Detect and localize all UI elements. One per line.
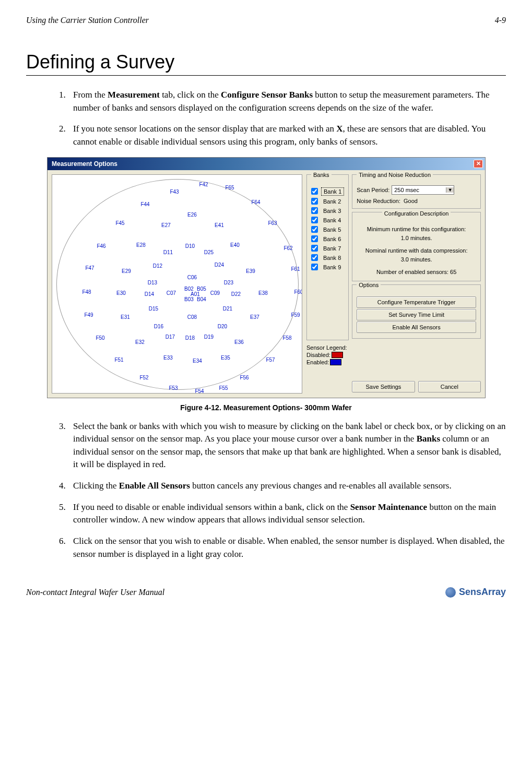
- scan-period-select[interactable]: 250 msec ▼: [392, 185, 454, 195]
- configure-temp-trigger-button[interactable]: Configure Temperature Trigger: [357, 296, 476, 308]
- sensor-D11[interactable]: D11: [163, 249, 173, 255]
- bank-checkbox-5[interactable]: [311, 226, 318, 233]
- sensor-D13[interactable]: D13: [148, 279, 157, 285]
- step-5: If you need to disable or enable individ…: [68, 501, 506, 527]
- bank-item-2[interactable]: Bank 2: [311, 198, 344, 205]
- sensor-E36[interactable]: E36: [234, 339, 244, 344]
- sensor-D21[interactable]: D21: [223, 305, 232, 311]
- sensor-E32[interactable]: E32: [135, 339, 145, 344]
- nom-runtime-label: Nominal runtime with data compression:: [357, 246, 476, 255]
- sensor-B04[interactable]: B04: [197, 296, 206, 302]
- sensor-C08[interactable]: C08: [187, 314, 197, 319]
- sensor-C09[interactable]: C09: [210, 290, 220, 295]
- sensor-E28[interactable]: E28: [136, 242, 146, 247]
- sensor-D14[interactable]: D14: [145, 291, 154, 296]
- timing-group-title: Timing and Noise Reduction: [357, 172, 433, 178]
- set-survey-time-limit-button[interactable]: Set Survey Time Limit: [357, 309, 476, 320]
- sensor-E27[interactable]: E27: [161, 222, 171, 228]
- sensor-D16[interactable]: D16: [154, 323, 163, 329]
- close-button[interactable]: ✕: [474, 160, 483, 168]
- bank-checkbox-7[interactable]: [311, 245, 318, 252]
- sensor-D10[interactable]: D10: [185, 243, 195, 248]
- sensor-D20[interactable]: D20: [218, 323, 227, 329]
- sensor-E39[interactable]: E39: [246, 268, 255, 273]
- enabled-sensors-count: Number of enabled sensors: 65: [357, 268, 476, 277]
- bank-item-8[interactable]: Bank 8: [311, 254, 344, 261]
- sensor-F61[interactable]: F61: [291, 266, 300, 271]
- bank-checkbox-2[interactable]: [311, 198, 318, 205]
- sensor-F49[interactable]: F49: [84, 312, 93, 317]
- sensor-F42[interactable]: F42: [199, 181, 208, 187]
- bank-item-6[interactable]: Bank 6: [311, 235, 344, 243]
- sensor-F46[interactable]: F46: [97, 243, 105, 248]
- nom-runtime-value: 3.0 minutes.: [357, 255, 476, 264]
- sensor-F65[interactable]: F65: [225, 184, 234, 190]
- sensor-E37[interactable]: E37: [250, 314, 259, 319]
- sensor-D24[interactable]: D24: [215, 261, 224, 267]
- sensor-F64[interactable]: F64: [251, 199, 260, 205]
- sensor-E38[interactable]: E38: [258, 290, 268, 295]
- sensor-F50[interactable]: F50: [96, 335, 104, 340]
- sensor-B03[interactable]: B03: [184, 296, 194, 302]
- sensor-F48[interactable]: F48: [82, 289, 91, 294]
- section-title: Defining a Survey: [26, 51, 506, 76]
- sensor-E34[interactable]: E34: [193, 358, 202, 363]
- sensor-F55[interactable]: F55: [219, 385, 228, 390]
- sensor-E29[interactable]: E29: [122, 268, 131, 273]
- save-settings-button[interactable]: Save Settings: [352, 381, 415, 392]
- sensor-E35[interactable]: E35: [221, 354, 230, 360]
- measurement-options-dialog: Measurement Options ✕ F42F43F65F44F64E26…: [47, 157, 486, 398]
- sensor-E31[interactable]: E31: [121, 314, 130, 319]
- sensor-F59[interactable]: F59: [291, 312, 300, 317]
- sensor-D22[interactable]: D22: [231, 291, 241, 296]
- sensor-F44[interactable]: F44: [140, 201, 149, 207]
- sensor-E33[interactable]: E33: [163, 354, 173, 360]
- sensor-E30[interactable]: E30: [116, 290, 126, 295]
- wafer-sensor-map[interactable]: F42F43F65F44F64E26F45E27E41F63E28D10E40F…: [52, 174, 302, 394]
- sensor-F53[interactable]: F53: [169, 385, 178, 390]
- bank-checkbox-4[interactable]: [311, 217, 318, 223]
- bank-checkbox-1[interactable]: [311, 188, 318, 195]
- sensor-F52[interactable]: F52: [139, 374, 148, 380]
- bank-checkbox-9[interactable]: [311, 264, 318, 270]
- bank-checkbox-6[interactable]: [311, 235, 318, 242]
- sensor-D19[interactable]: D19: [204, 334, 214, 339]
- sensor-D23[interactable]: D23: [224, 279, 233, 285]
- sensor-F57[interactable]: F57: [266, 356, 275, 362]
- cancel-button[interactable]: Cancel: [418, 381, 481, 392]
- sensor-E40[interactable]: E40: [230, 242, 240, 247]
- sensor-F51[interactable]: F51: [114, 356, 123, 362]
- bank-item-3[interactable]: Bank 3: [311, 207, 344, 215]
- disabled-swatch: [332, 352, 343, 358]
- sensor-D17[interactable]: D17: [165, 334, 175, 339]
- bank-checkbox-3[interactable]: [311, 207, 318, 214]
- sensor-F60[interactable]: F60: [294, 289, 302, 294]
- bank-checkbox-8[interactable]: [311, 254, 318, 261]
- sensor-C07[interactable]: C07: [167, 290, 176, 295]
- sensor-F47[interactable]: F47: [85, 265, 94, 270]
- sensor-F58[interactable]: F58: [282, 335, 291, 340]
- bank-item-7[interactable]: Bank 7: [311, 245, 344, 252]
- bank-item-4[interactable]: Bank 4: [311, 217, 344, 224]
- sensor-D15[interactable]: D15: [149, 305, 158, 311]
- sensor-D12[interactable]: D12: [153, 263, 162, 268]
- sensor-E41[interactable]: E41: [215, 222, 224, 228]
- sensor-F63[interactable]: F63: [268, 220, 277, 225]
- bank-item-5[interactable]: Bank 5: [311, 226, 344, 233]
- sensor-F54[interactable]: F54: [195, 388, 204, 394]
- bank-item-9[interactable]: Bank 9: [311, 264, 344, 271]
- sensarray-logo: SensArray: [445, 587, 506, 598]
- sensor-D18[interactable]: D18: [185, 335, 195, 340]
- sensor-F56[interactable]: F56: [240, 374, 249, 380]
- sensor-F62[interactable]: F62: [283, 245, 292, 251]
- bank-item-1[interactable]: Bank 1: [311, 187, 344, 196]
- sensor-C06[interactable]: C06: [187, 274, 197, 280]
- sensor-D25[interactable]: D25: [204, 249, 214, 255]
- bank-label-1: Bank 1: [321, 187, 344, 196]
- bank-label-4: Bank 4: [321, 217, 343, 224]
- enable-all-sensors-button[interactable]: Enable All Sensors: [357, 321, 476, 333]
- step-1: From the Measurement tab, click on the C…: [68, 89, 506, 114]
- sensor-F45[interactable]: F45: [115, 220, 124, 225]
- sensor-E26[interactable]: E26: [187, 211, 197, 217]
- sensor-F43[interactable]: F43: [170, 188, 179, 194]
